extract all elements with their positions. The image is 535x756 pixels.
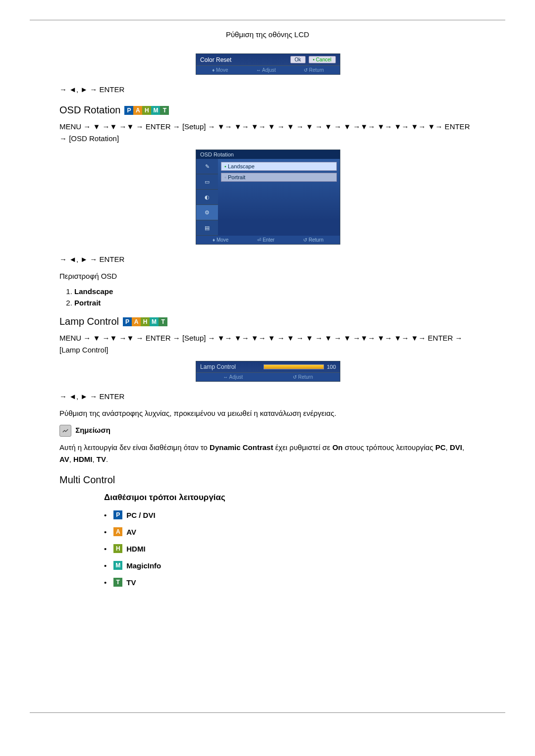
badge-tv-icon: T	[113, 578, 122, 587]
note-label: Σημείωση	[75, 426, 110, 434]
osd-sidebar-icon[interactable]: ▭	[196, 174, 218, 190]
nav-sequence: → ◄, ► → ENTER	[59, 391, 476, 403]
badge-magicinfo-icon: M	[151, 106, 160, 115]
osd-rotation-menu-title: OSD Rotation	[196, 150, 340, 159]
osd-footer-move: ♦ Move	[212, 67, 228, 73]
mode-item-magicinfo: M MagicInfo	[104, 561, 466, 570]
badge-magicinfo-icon: M	[113, 561, 122, 570]
osd-lamp-label: Lamp Control	[200, 363, 264, 370]
lamp-control-desc: Ρύθμιση της ανάστροφης λυχνίας, προκειμέ…	[59, 407, 476, 419]
lamp-control-heading: Lamp Control P A H M T	[59, 316, 476, 327]
badge-hdmi-icon: H	[142, 106, 151, 115]
lamp-control-menu-path: MENU → ▼ →▼ →▼ → ENTER → [Setup] → ▼→ ▼→…	[59, 332, 476, 356]
badge-tv-icon: T	[159, 317, 167, 326]
osd-lamp-value: 100	[327, 364, 336, 370]
multi-control-heading: Multi Control	[59, 474, 476, 486]
osd-option-landscape[interactable]: Landscape	[221, 162, 337, 171]
osd-rotation-heading: OSD Rotation P A H M T	[59, 104, 476, 116]
osd-footer-return: ↺ Return	[304, 67, 324, 73]
mode-item-hdmi: H HDMI	[104, 544, 466, 553]
badge-av-icon: A	[133, 106, 142, 115]
badge-hdmi-icon: H	[141, 317, 150, 326]
badge-magicinfo-icon: M	[150, 317, 159, 326]
osd-footer-enter: ⏎ Enter	[257, 237, 274, 243]
list-item: Portrait	[74, 299, 476, 307]
osd-sidebar-icon[interactable]: ◐	[196, 190, 218, 205]
badge-pc-icon: P	[123, 317, 132, 326]
nav-sequence: → ◄, ► → ENTER	[59, 253, 476, 265]
osd-sidebar-icon[interactable]: ▤	[196, 220, 218, 236]
osd-ok-button[interactable]: Ok	[290, 56, 306, 63]
badge-av-icon: A	[132, 317, 141, 326]
osd-footer-return: ↺ Return	[293, 374, 313, 380]
multi-control-subheading: Διαθέσιμοι τρόποι λειτουργίας	[104, 493, 466, 503]
osd-lamp-slider[interactable]	[264, 364, 324, 369]
osd-rotation-menu-path: MENU → ▼ →▼ →▼ → ENTER → [Setup] → ▼→ ▼→…	[59, 121, 476, 145]
badge-pc-icon: P	[124, 106, 133, 115]
osd-sidebar-icon[interactable]: ⚙	[196, 205, 218, 220]
mode-item-pc: P PC / DVI	[104, 510, 466, 519]
osd-footer-move: ♦ Move	[213, 237, 228, 243]
note-icon	[59, 425, 71, 437]
osd-footer-return: ↺ Return	[303, 237, 323, 243]
osd-sidebar-icon[interactable]: ✎	[196, 159, 218, 174]
osd-footer-adjust: ↔ Adjust	[223, 374, 243, 380]
osd-cancel-button[interactable]: Cancel	[309, 56, 336, 63]
badge-pc-icon: P	[113, 510, 122, 519]
osd-color-reset-label: Color Reset	[200, 56, 287, 63]
osd-lamp-control: Lamp Control 100 ↔ Adjust ↺ Return	[196, 361, 340, 382]
osd-footer-adjust: ↔ Adjust	[256, 67, 276, 73]
note-text: Αυτή η λειτουργία δεν είναι διαθέσιμη ότ…	[59, 442, 476, 465]
osd-rotation-desc: Περιστροφή OSD	[59, 270, 476, 282]
osd-option-portrait[interactable]: ◦ Portrait	[221, 173, 337, 182]
mode-item-tv: T TV	[104, 578, 466, 587]
nav-sequence: → ◄, ► → ENTER	[59, 84, 476, 96]
list-item: Landscape	[74, 287, 476, 296]
page-title: Ρύθμιση της οθόνης LCD	[59, 30, 476, 39]
osd-rotation-menu: OSD Rotation ✎ ▭ ◐ ⚙ ▤ Landscape ◦ Portr…	[196, 150, 340, 245]
osd-color-reset: Color Reset Ok Cancel ♦ Move ↔ Adjust ↺ …	[196, 53, 340, 75]
badge-av-icon: A	[113, 527, 122, 536]
badge-tv-icon: T	[160, 106, 169, 115]
mode-item-av: A AV	[104, 527, 466, 536]
badge-hdmi-icon: H	[113, 544, 122, 553]
